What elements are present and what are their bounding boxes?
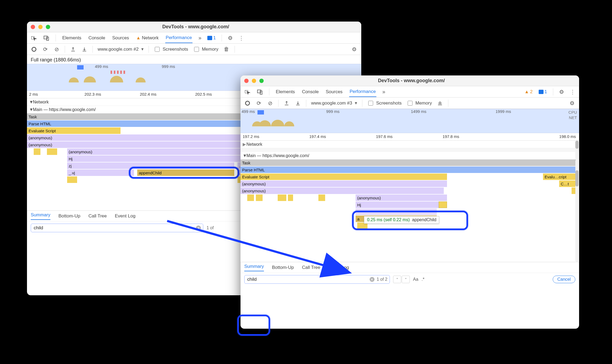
tab-elements[interactable]: Elements: [275, 87, 295, 97]
flame-hj[interactable]: Hj: [356, 202, 447, 208]
tab-network[interactable]: ▲ Network: [136, 33, 159, 43]
trash-icon[interactable]: 🗑: [223, 46, 230, 53]
traffic-lights[interactable]: [31, 25, 50, 29]
tab-summary[interactable]: Summary: [31, 212, 50, 220]
profile-select[interactable]: www.google.com #3 ▾: [311, 100, 357, 106]
record-button[interactable]: [31, 46, 37, 53]
flame-anon-2[interactable]: (anonymous): [240, 188, 444, 194]
clear-icon[interactable]: ✕: [196, 226, 201, 230]
flame-task[interactable]: Task: [240, 160, 576, 166]
traffic-lights[interactable]: [244, 79, 264, 83]
search-input[interactable]: [247, 276, 370, 282]
screenshots-toggle[interactable]: Screenshots: [154, 46, 188, 53]
tab-elements[interactable]: Elements: [62, 33, 82, 43]
regex-toggle[interactable]: .*: [422, 277, 425, 282]
flame-evaluate-script-2[interactable]: Evalu…cript: [543, 174, 575, 180]
kebab-menu-icon[interactable]: ⋮: [570, 89, 575, 95]
clear-icon[interactable]: ✕: [370, 277, 374, 282]
track-network[interactable]: ▶Network: [240, 141, 579, 148]
flame-evaluate-script[interactable]: Evaluate Script: [240, 174, 447, 180]
flame-stub-4[interactable]: [288, 195, 293, 201]
inspect-icon[interactable]: [244, 89, 251, 95]
tracks: ▶Network ▼Main — https://www.google.com/: [240, 141, 579, 160]
flame-stub-2[interactable]: [256, 195, 263, 201]
memory-toggle[interactable]: Memory: [193, 46, 218, 53]
scrollbar-thumb[interactable]: [575, 141, 579, 149]
flame-appendchild[interactable]: appendChild: [137, 169, 234, 176]
gc-icon[interactable]: [437, 100, 443, 106]
tab-sources[interactable]: Sources: [112, 33, 129, 43]
flame-zj[interactable]: zj: [67, 162, 234, 169]
tabs-more-icon[interactable]: »: [382, 89, 385, 95]
time-ruler[interactable]: 197.2 ms 197.4 ms 197.6 ms 197.8 ms 198.…: [240, 133, 579, 141]
tab-summary[interactable]: Summary: [244, 264, 264, 271]
flame-stub-3[interactable]: [67, 176, 77, 183]
flame-anon-1[interactable]: (anonymous): [240, 181, 447, 187]
scrollbar-thumb[interactable]: [575, 170, 579, 186]
memory-toggle[interactable]: Memory: [407, 100, 432, 106]
flame-vj[interactable]: _.vj: [67, 169, 134, 176]
flame-stub-1[interactable]: [34, 148, 40, 155]
flame-stub-3[interactable]: [278, 195, 286, 201]
zoom-icon[interactable]: [259, 79, 264, 83]
profile-select[interactable]: www.google.com #2 ▾: [98, 46, 144, 52]
minimize-icon[interactable]: [252, 79, 256, 83]
device-toggle-icon[interactable]: [43, 35, 50, 41]
settings-icon[interactable]: ⚙: [228, 35, 233, 41]
tab-event-log[interactable]: Event Log: [328, 265, 349, 270]
flame-parse-html[interactable]: Parse HTML: [240, 167, 576, 173]
tab-console[interactable]: Console: [301, 87, 319, 97]
minimize-icon[interactable]: [38, 25, 43, 29]
upload-icon[interactable]: [70, 46, 76, 53]
tab-call-tree[interactable]: Call Tree: [302, 265, 320, 270]
tab-bottom-up[interactable]: Bottom-Up: [272, 265, 294, 270]
flame-stub-5[interactable]: [318, 195, 325, 201]
capture-settings-icon[interactable]: ⚙: [351, 46, 357, 53]
screenshots-toggle[interactable]: Screenshots: [367, 100, 402, 106]
tab-call-tree[interactable]: Call Tree: [88, 213, 107, 219]
kebab-menu-icon[interactable]: ⋮: [239, 35, 244, 41]
inspect-icon[interactable]: [31, 35, 37, 41]
reload-button[interactable]: ⟳: [256, 100, 262, 106]
tabs-more-icon[interactable]: »: [198, 35, 201, 41]
close-icon[interactable]: [244, 79, 249, 83]
upload-icon[interactable]: [283, 100, 290, 106]
track-main[interactable]: ▼Main — https://www.google.com/: [240, 152, 579, 160]
flame-stub-1[interactable]: [247, 195, 254, 201]
window-title: DevTools - www.google.com/: [53, 24, 339, 30]
search-input[interactable]: [33, 225, 196, 231]
record-button[interactable]: [244, 100, 251, 106]
issues-counter[interactable]: 1: [207, 35, 216, 41]
flame-chart[interactable]: Task Parse HTML Evaluate Script Evalu…cr…: [240, 160, 579, 262]
flame-ct[interactable]: C…t: [559, 181, 575, 187]
download-icon[interactable]: [295, 100, 301, 106]
tab-event-log[interactable]: Event Log: [115, 213, 136, 219]
capture-settings-icon[interactable]: ⚙: [569, 100, 575, 106]
clear-button[interactable]: ⊘: [267, 100, 273, 106]
cancel-button[interactable]: Cancel: [553, 276, 575, 283]
tab-bottom-up[interactable]: Bottom-Up: [59, 213, 80, 219]
flame-stub-2[interactable]: [47, 148, 57, 155]
tab-performance[interactable]: Performance: [165, 33, 192, 43]
device-toggle-icon[interactable]: [257, 89, 263, 95]
timeline-overview[interactable]: 499 ms 999 ms 1499 ms 1999 ms CPU NET: [240, 109, 579, 133]
match-case-toggle[interactable]: Aa: [413, 277, 418, 282]
next-result-icon[interactable]: ˅: [402, 276, 410, 283]
close-icon[interactable]: [31, 25, 35, 29]
prev-result-icon[interactable]: ˄: [393, 276, 401, 283]
issues-counter[interactable]: 1: [539, 89, 547, 95]
settings-icon[interactable]: ⚙: [559, 89, 564, 95]
warnings-counter[interactable]: ▲2: [524, 89, 532, 95]
tab-console[interactable]: Console: [88, 33, 106, 43]
tab-performance[interactable]: Performance: [349, 87, 376, 97]
flame-anon-3[interactable]: (anonymous): [356, 195, 447, 201]
flame-under-a[interactable]: [356, 209, 437, 215]
zoom-icon[interactable]: [46, 25, 50, 29]
reload-button[interactable]: ⟳: [42, 46, 49, 53]
flame-sel-yellow[interactable]: [439, 202, 447, 208]
download-icon[interactable]: [81, 46, 88, 53]
tab-sources[interactable]: Sources: [325, 87, 343, 97]
flame-stub-r[interactable]: [572, 188, 575, 194]
flame-evaluate-script[interactable]: Evaluate Script: [27, 127, 121, 134]
clear-button[interactable]: ⊘: [53, 46, 60, 53]
